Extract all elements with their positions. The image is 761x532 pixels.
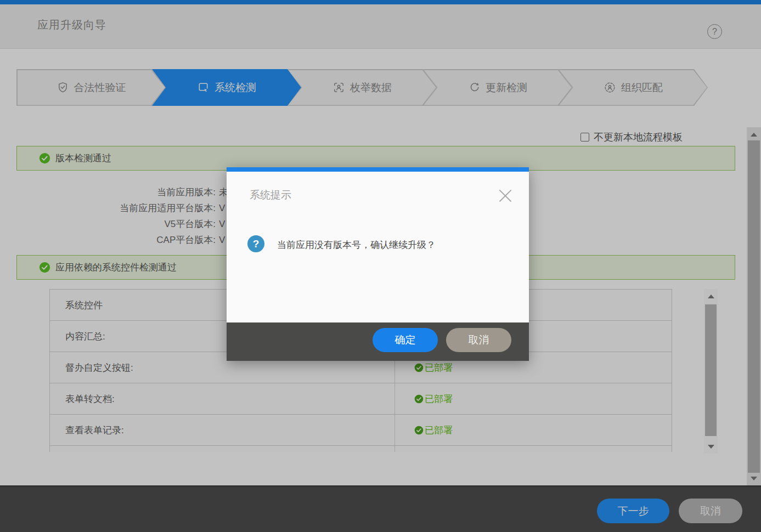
confirm-button[interactable]: 确定: [373, 328, 438, 352]
dialog-accent-strip: [227, 167, 529, 172]
close-icon[interactable]: [497, 187, 514, 205]
app-upgrade-wizard-window: 应用升级向导 ? 合法性验证 系统检测: [0, 0, 761, 532]
dialog-footer: 确定 取消: [227, 322, 529, 361]
system-prompt-dialog: 系统提示 ? 当前应用没有版本号，确认继续升级？ 确定 取消: [227, 167, 529, 361]
dialog-message: 当前应用没有版本号，确认继续升级？: [277, 239, 436, 251]
dialog-cancel-button[interactable]: 取消: [446, 328, 511, 352]
dialog-title: 系统提示: [250, 188, 291, 202]
question-icon: ?: [247, 235, 264, 252]
